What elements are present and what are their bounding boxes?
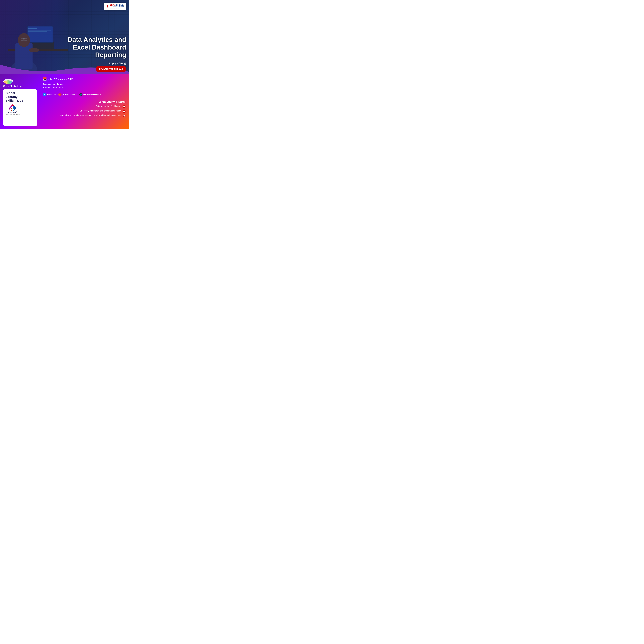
svg-marker-27 (11, 108, 13, 110)
page-container: T ERRASKILLS® LEARNING SYSTEMS ...your l… (0, 0, 129, 129)
learn-item-2: Effectively summarize and present data c… (43, 109, 126, 113)
svg-point-33 (60, 94, 60, 95)
svg-marker-31 (13, 110, 14, 111)
batch-info: Batch A – Weekdays Batch B – Weekends (43, 82, 126, 89)
matrix-logo: MATRIX® TRAINING INSTITUTE (5, 104, 20, 115)
dls-card: Digital Literacy Skills – DLS (3, 89, 37, 126)
logo-sub-text: LEARNING SYSTEMS (110, 6, 124, 7)
svg-marker-28 (13, 108, 14, 110)
schedule-date: 7th – 12th March, 2022. (48, 78, 73, 80)
social-row: f Terraskills TerraskillsNG (43, 93, 126, 96)
facebook-label: Terraskills (47, 94, 56, 96)
apply-block: Apply NOW @ bit.ly/Terraskills123 (96, 62, 126, 72)
learn-item-3-text: Streamline and Analyze Data with Excel P… (60, 114, 121, 117)
svg-rect-5 (28, 30, 51, 30)
logo-text-block: ERRASKILLS® LEARNING SYSTEMS ...your lif… (110, 4, 124, 9)
dls-title: Digital Literacy Skills – DLS (5, 91, 23, 103)
facebook-icon: f (43, 93, 46, 96)
logo-tagline: ...your lifelong partner (110, 7, 124, 9)
headline-block: Data Analytics and Excel Dashboard Repor… (68, 36, 126, 59)
apply-url[interactable]: bit.ly/Terraskills123 (96, 66, 126, 72)
svg-rect-4 (28, 28, 37, 29)
svg-point-9 (18, 33, 30, 47)
bullet-icon-1 (123, 105, 126, 108)
svg-point-19 (4, 80, 12, 84)
svg-point-37 (124, 106, 124, 107)
svg-marker-24 (14, 106, 16, 108)
mask-icon (3, 77, 13, 84)
divider (43, 91, 126, 91)
svg-marker-30 (11, 110, 13, 111)
logo-t-letter: T (106, 4, 109, 9)
svg-marker-22 (11, 106, 13, 108)
person-illustration (0, 0, 71, 74)
svg-rect-32 (59, 94, 61, 95)
right-panel: 📅 7th – 12th March, 2022. Batch A – Week… (40, 74, 129, 129)
svg-marker-29 (14, 108, 16, 110)
mask-area: Come Masked Up (3, 77, 37, 88)
bottom-section: Come Masked Up Digital Literacy Skills –… (0, 74, 129, 129)
learn-item-3: Streamline and Analyze Data with Excel P… (43, 114, 126, 117)
hero-section: T ERRASKILLS® LEARNING SYSTEMS ...your l… (0, 0, 129, 74)
instagram-label: TerraskillsNG (65, 94, 77, 96)
logo-brand-name: ERRASKILLS® (110, 4, 124, 6)
svg-marker-25 (9, 106, 11, 108)
matrix-sub: TRAINING INSTITUTE (5, 114, 20, 115)
website-link[interactable]: 🌐 www.terraskills.com (79, 93, 101, 96)
learn-items: Build interactive Dashboards Effectively… (43, 105, 126, 117)
learn-item-2-text: Effectively summarize and present data c… (80, 109, 121, 112)
instagram-icon (58, 93, 62, 96)
calendar-icon: 📅 (43, 77, 47, 81)
website-label: www.terraskills.com (83, 94, 101, 96)
svg-point-13 (29, 48, 39, 52)
svg-rect-6 (28, 31, 47, 32)
facebook-link[interactable]: f Terraskills (43, 93, 56, 96)
left-panel: Come Masked Up Digital Literacy Skills –… (0, 74, 40, 129)
website-icon: 🌐 (79, 93, 82, 96)
svg-point-43 (124, 116, 124, 116)
instagram-link[interactable]: TerraskillsNG (58, 93, 77, 96)
terraskills-logo: T ERRASKILLS® LEARNING SYSTEMS ...your l… (104, 3, 126, 10)
svg-marker-21 (11, 104, 13, 106)
learn-item-1: Build interactive Dashboards (43, 105, 126, 108)
matrix-name: MATRIX® (8, 111, 17, 114)
learn-section: What you will learn: Build interactive D… (43, 100, 126, 117)
matrix-diamond-icon (8, 104, 17, 111)
learn-item-1-text: Build interactive Dashboards (96, 105, 121, 108)
divider-2 (43, 98, 126, 98)
svg-point-40 (124, 111, 124, 112)
bullet-icon-2 (123, 110, 126, 113)
learn-title: What you will learn: (43, 100, 126, 103)
date-row: 📅 7th – 12th March, 2022. (43, 77, 126, 81)
twitter-icon (62, 94, 64, 95)
mask-label: Come Masked Up (3, 85, 21, 88)
headline-text: Data Analytics and Excel Dashboard Repor… (68, 36, 126, 59)
svg-marker-20 (13, 104, 14, 106)
bullet-icon-3 (123, 114, 126, 117)
svg-marker-23 (13, 106, 14, 108)
svg-marker-26 (9, 108, 11, 110)
apply-label: Apply NOW @ (96, 62, 126, 65)
